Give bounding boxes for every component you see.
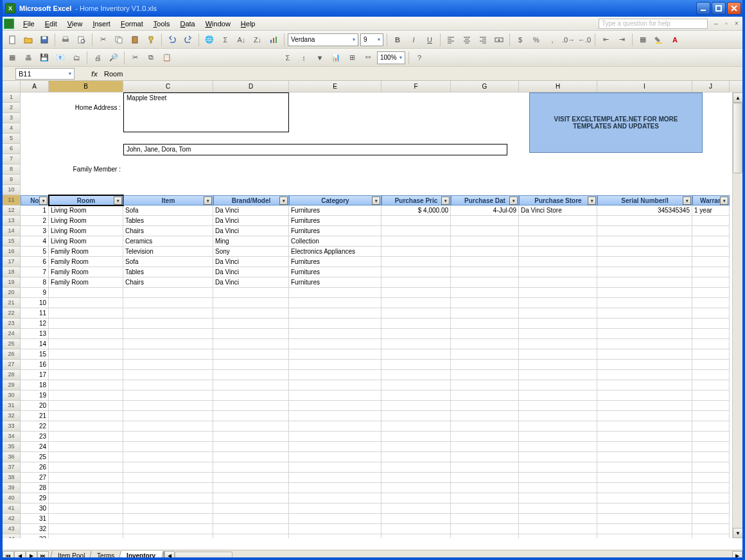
cell[interactable] xyxy=(289,349,381,360)
cell[interactable] xyxy=(49,514,123,524)
col-header-G[interactable]: G xyxy=(451,81,519,92)
row-header-40[interactable]: 40 xyxy=(3,493,21,503)
cell[interactable]: Family Room xyxy=(49,257,123,267)
cell[interactable] xyxy=(451,236,519,247)
merge-center-icon[interactable]: a xyxy=(492,33,506,47)
tb2-icon-1[interactable]: ▦ xyxy=(5,51,19,65)
sheet-tab-inventory[interactable]: Inventory xyxy=(119,551,164,561)
cell[interactable] xyxy=(451,462,519,473)
cell[interactable]: Sofa xyxy=(123,206,213,216)
cell[interactable] xyxy=(597,319,692,329)
cell[interactable] xyxy=(597,360,692,370)
cell[interactable] xyxy=(289,390,381,401)
table-header-room[interactable]: Room▾ xyxy=(49,195,123,206)
cell[interactable] xyxy=(519,257,597,267)
cell[interactable] xyxy=(213,534,289,538)
row-header-39[interactable]: 39 xyxy=(3,483,21,493)
cell[interactable]: Family Room xyxy=(49,267,123,277)
doc-minimize-button[interactable]: – xyxy=(712,19,721,28)
cell[interactable] xyxy=(381,360,451,370)
col-header-J[interactable]: J xyxy=(692,81,730,92)
cell[interactable] xyxy=(692,452,730,462)
cell[interactable] xyxy=(289,462,381,473)
cell[interactable] xyxy=(49,123,123,134)
cell[interactable] xyxy=(213,329,289,339)
cell[interactable] xyxy=(49,421,123,432)
cell[interactable] xyxy=(49,329,123,339)
cell[interactable] xyxy=(123,411,213,421)
tb2-drawing-icon[interactable]: ✏ xyxy=(361,51,375,65)
cell[interactable]: Chairs xyxy=(123,226,213,236)
cell[interactable] xyxy=(597,267,692,277)
cell[interactable] xyxy=(123,185,213,195)
cell[interactable] xyxy=(381,247,451,257)
cell[interactable] xyxy=(451,432,519,442)
sheet-tab-terms[interactable]: Terms xyxy=(89,551,123,561)
cell[interactable] xyxy=(597,288,692,298)
row-header-41[interactable]: 41 xyxy=(3,503,21,514)
cell[interactable] xyxy=(519,360,597,370)
cell[interactable] xyxy=(381,390,451,401)
cell[interactable] xyxy=(692,483,730,493)
fill-color-icon[interactable] xyxy=(652,33,666,47)
cell[interactable] xyxy=(519,216,597,226)
cell[interactable] xyxy=(49,134,123,144)
cell[interactable] xyxy=(597,257,692,267)
cell[interactable] xyxy=(21,113,49,123)
cell[interactable] xyxy=(49,432,123,442)
cell[interactable] xyxy=(123,452,213,462)
cell[interactable] xyxy=(597,164,692,175)
cell[interactable]: 1 xyxy=(21,206,49,216)
cell[interactable] xyxy=(519,236,597,247)
cell[interactable] xyxy=(213,462,289,473)
cell[interactable] xyxy=(451,247,519,257)
cell[interactable] xyxy=(123,349,213,360)
cell[interactable] xyxy=(49,462,123,473)
tb2-help-icon[interactable]: ? xyxy=(412,51,426,65)
cell[interactable]: 6 xyxy=(21,257,49,267)
cell[interactable] xyxy=(692,277,730,288)
cell[interactable] xyxy=(519,164,597,175)
col-header-I[interactable]: I xyxy=(597,81,692,92)
menu-help[interactable]: Help xyxy=(236,18,261,30)
cell[interactable] xyxy=(381,103,451,113)
cell[interactable] xyxy=(519,493,597,503)
scroll-thumb-v[interactable] xyxy=(733,103,742,173)
cell[interactable] xyxy=(692,524,730,534)
cell[interactable] xyxy=(597,534,692,538)
cell[interactable] xyxy=(21,164,49,175)
cell[interactable] xyxy=(451,514,519,524)
cell[interactable] xyxy=(213,411,289,421)
cell[interactable] xyxy=(451,473,519,483)
copy-icon[interactable] xyxy=(112,33,126,47)
currency-icon[interactable]: $ xyxy=(513,33,527,47)
comma-icon[interactable]: , xyxy=(545,33,559,47)
row-header-12[interactable]: 12 xyxy=(3,206,21,216)
help-search-box[interactable]: Type a question for help xyxy=(599,19,708,29)
cell[interactable] xyxy=(597,308,692,319)
cell[interactable] xyxy=(451,349,519,360)
cell[interactable] xyxy=(597,442,692,452)
cell[interactable]: Collection xyxy=(289,236,381,247)
home-address-textbox[interactable]: Mapple Street xyxy=(123,92,289,132)
cell[interactable] xyxy=(49,452,123,462)
cell[interactable] xyxy=(597,462,692,473)
tb2-icon-4[interactable]: 📧 xyxy=(53,51,67,65)
cell[interactable] xyxy=(289,503,381,514)
cell[interactable] xyxy=(519,185,597,195)
fx-icon[interactable]: fx xyxy=(89,68,100,80)
cell[interactable] xyxy=(49,175,123,185)
cell[interactable] xyxy=(289,339,381,349)
cell[interactable] xyxy=(451,452,519,462)
row-header-32[interactable]: 32 xyxy=(3,411,21,421)
underline-icon[interactable]: U xyxy=(423,33,437,47)
cell[interactable] xyxy=(123,534,213,538)
table-header-item[interactable]: Item▾ xyxy=(123,195,213,206)
cell[interactable] xyxy=(519,462,597,473)
cell[interactable] xyxy=(451,92,519,103)
cell[interactable] xyxy=(381,113,451,123)
table-header-warran[interactable]: Warran▾ xyxy=(692,195,730,206)
cell[interactable] xyxy=(289,92,381,103)
cell[interactable] xyxy=(451,123,519,134)
cell[interactable] xyxy=(381,349,451,360)
